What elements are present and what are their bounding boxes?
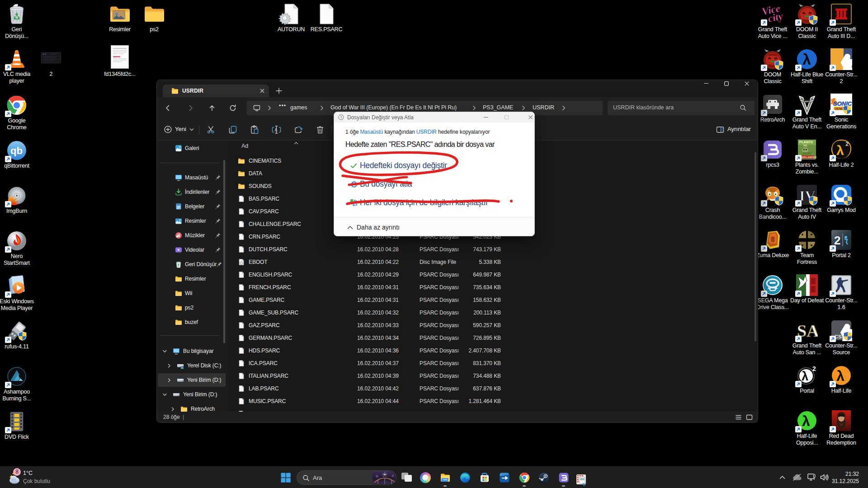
svg-text:FIVE: FIVE: [804, 99, 811, 103]
svg-text:2: 2: [845, 141, 849, 147]
svg-text:REPLANTED: REPLANTED: [801, 156, 816, 159]
svg-text:λ: λ: [802, 370, 808, 383]
svg-text:λ: λ: [836, 143, 844, 158]
svg-text:2: 2: [812, 365, 816, 372]
svg-text:λ: λ: [802, 51, 811, 68]
svg-text:λ: λ: [802, 413, 810, 429]
svg-text:λ: λ: [836, 368, 844, 384]
svg-text:VS.: VS.: [803, 144, 808, 147]
svg-text:qb: qb: [10, 145, 23, 156]
svg-text:PLANTS: PLANTS: [799, 140, 813, 144]
